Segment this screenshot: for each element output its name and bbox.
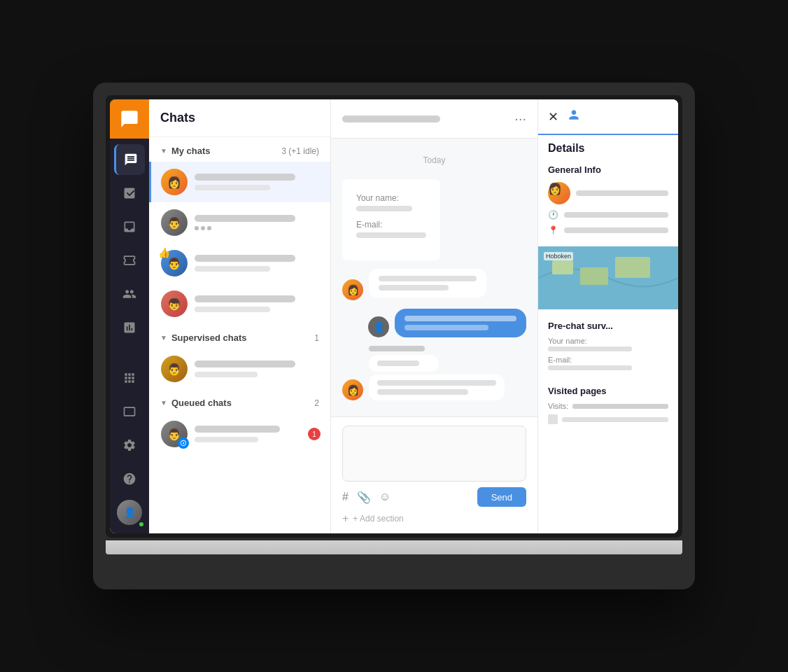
- chat-item-3[interactable]: 👨 👍: [149, 243, 330, 284]
- sidebar-item-help[interactable]: [114, 463, 145, 494]
- form-email-value: [356, 232, 426, 238]
- chat-name-3: [195, 255, 295, 262]
- sidebar-item-chats[interactable]: [114, 144, 145, 175]
- form-name-value: [356, 206, 412, 211]
- message-bubbles-group: [369, 269, 486, 300]
- chat-item-2[interactable]: 👨: [149, 202, 330, 243]
- supervised-chats-section-header[interactable]: ▼ Supervised chats 1: [149, 324, 330, 349]
- sidebar-item-reports[interactable]: [114, 312, 145, 343]
- messenger-badge: [178, 438, 189, 449]
- chat-info-2: [195, 215, 321, 230]
- chat-item-1[interactable]: 👩: [149, 162, 330, 202]
- message-row-incoming-1: 👩: [342, 269, 526, 300]
- sidebar-item-tickets[interactable]: [114, 178, 145, 209]
- agent-bubble-bar-2: [404, 325, 488, 330]
- message-bubble-incoming-1: [369, 269, 486, 298]
- avatar-4: 👦: [161, 290, 188, 317]
- general-info-section: General Info 👩 🕐 📍: [538, 159, 678, 246]
- queued-chats-label: Queued chats: [171, 398, 232, 408]
- survey-name-field: Your name:: [548, 337, 668, 351]
- my-chats-label: My chats: [171, 146, 211, 156]
- chats-title: Chats: [160, 111, 195, 125]
- hash-icon[interactable]: #: [342, 491, 349, 503]
- chat-name-sup-1: [195, 360, 295, 368]
- laptop-base: [106, 540, 682, 554]
- queued-chats-section-header[interactable]: ▼ Queued chats 2: [149, 389, 330, 414]
- message-row-incoming-2: 👩: [342, 346, 526, 400]
- bubble-bar-1: [379, 276, 477, 281]
- avatar-wrap-3: 👨 👍: [161, 250, 188, 276]
- chart-icon: [122, 321, 136, 335]
- plus-icon: +: [342, 512, 349, 525]
- add-section-label[interactable]: + Add section: [353, 514, 403, 524]
- close-button[interactable]: ✕: [548, 109, 558, 125]
- survey-email-field: E-mail:: [548, 356, 668, 370]
- chat-name-2: [195, 215, 295, 222]
- ticket-icon: [122, 253, 136, 267]
- visited-pages-section: Visited pages Visits:: [538, 380, 678, 430]
- typing-dot-3: [207, 226, 211, 230]
- avatar-wrap-1: 👩: [161, 169, 188, 195]
- sidebar-item-team[interactable]: [114, 279, 145, 309]
- chat-bubbles-icon: [124, 153, 138, 167]
- sidebar-item-tags[interactable]: [114, 245, 145, 276]
- left-navigation: 👤: [110, 99, 149, 533]
- survey-name-value: [548, 346, 632, 351]
- queued-chats-chevron: ▼: [160, 399, 167, 407]
- apps-icon: [122, 371, 136, 385]
- chat-item-queued-1[interactable]: 👨 1: [149, 414, 330, 454]
- survey-title: Pre-chat surv...: [548, 321, 668, 331]
- typing-indicator: [195, 226, 321, 230]
- avatar-1: 👩: [161, 169, 188, 195]
- send-button[interactable]: Send: [477, 487, 526, 507]
- bubble-short: [369, 355, 439, 372]
- sidebar-item-apps[interactable]: [114, 363, 145, 393]
- more-options-button[interactable]: ···: [514, 111, 526, 127]
- my-chats-section-header[interactable]: ▼ My chats 3 (+1 idle): [149, 137, 330, 162]
- page-bar: [562, 417, 668, 422]
- form-field-name: Your name:: [356, 193, 426, 211]
- tickets-icon: [122, 186, 136, 200]
- sidebar-item-inbox[interactable]: [114, 211, 145, 242]
- logo[interactable]: [110, 99, 149, 139]
- attachment-icon[interactable]: 📎: [357, 491, 371, 504]
- sidebar-item-layout[interactable]: [114, 396, 145, 427]
- typing-dot-2: [201, 226, 205, 230]
- form-email-label: E-mail:: [356, 220, 426, 230]
- chat-preview-4: [195, 307, 270, 312]
- agent-avatar[interactable]: 👤: [114, 497, 145, 528]
- chat-item-supervised-1[interactable]: 👨: [149, 349, 330, 389]
- contact-avatar: 👩: [548, 182, 570, 204]
- contact-name-bar: [342, 115, 440, 122]
- incoming-name-bar: [369, 346, 425, 351]
- chat-area-header: ···: [331, 99, 537, 139]
- online-status-dot: [138, 521, 145, 528]
- emoji-icon[interactable]: ☺: [379, 491, 391, 503]
- supervised-chats-chevron: ▼: [160, 334, 167, 342]
- gear-icon: [122, 438, 136, 452]
- inbox-icon: [122, 220, 136, 234]
- msg-avatar-2: 👩: [342, 379, 363, 400]
- messages-area: Today Your name: E-mail:: [331, 139, 537, 416]
- date-label: Today: [342, 155, 526, 165]
- sidebar-item-settings[interactable]: [114, 430, 145, 461]
- question-icon: [122, 472, 136, 486]
- message-input-box[interactable]: [342, 426, 526, 482]
- queued-chats-count: 2: [314, 398, 319, 408]
- layout-icon: [122, 405, 136, 419]
- details-title: Details: [538, 135, 678, 159]
- survey-name-label: Your name:: [548, 337, 587, 345]
- agent-bubble-bar-1: [404, 316, 516, 321]
- chat-item-4[interactable]: 👦: [149, 284, 330, 324]
- info-time-row: 🕐: [548, 210, 668, 220]
- visits-bar: [572, 404, 668, 409]
- unread-badge: 1: [308, 428, 321, 440]
- nav-bottom: 👤: [114, 357, 145, 533]
- incoming-bubbles-group-2: [369, 346, 505, 400]
- contact-name-info-bar: [576, 190, 668, 196]
- pre-chat-survey-section: Pre-chat surv... Your name: E-mail:: [538, 315, 678, 380]
- form-name-label: Your name:: [356, 193, 426, 203]
- chat-preview-q-1: [195, 437, 258, 442]
- survey-email-label: E-mail:: [548, 356, 572, 364]
- details-panel-header: ✕: [538, 99, 678, 135]
